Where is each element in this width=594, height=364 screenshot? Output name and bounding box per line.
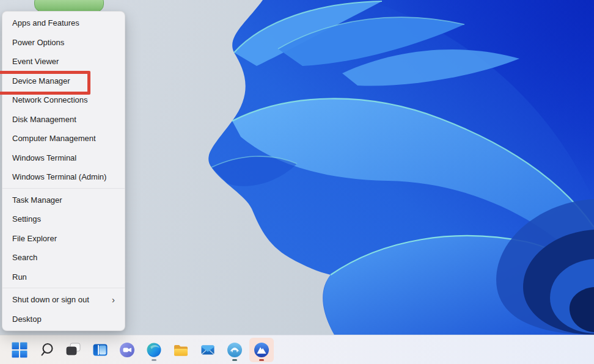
- menu-item-label: Task Manager: [12, 195, 62, 205]
- widgets-icon: [92, 341, 109, 359]
- menu-item-apps-and-features[interactable]: Apps and Features: [2, 13, 125, 33]
- task-view-icon: [65, 341, 82, 359]
- taskbar-start-button[interactable]: [7, 338, 32, 362]
- menu-item-label: Run: [12, 272, 27, 282]
- menu-item-label: Event Viewer: [12, 57, 59, 66]
- search-icon: [38, 341, 55, 359]
- menu-item-label: Windows Terminal (Admin): [12, 172, 106, 181]
- taskbar-task-view-button[interactable]: [61, 338, 86, 362]
- menu-item-search[interactable]: Search: [2, 248, 125, 268]
- menu-item-disk-management[interactable]: Disk Management: [2, 110, 125, 129]
- mail-icon: [199, 341, 216, 359]
- taskbar-widgets-button[interactable]: [88, 338, 112, 362]
- cropped-green-icon: [34, 0, 104, 12]
- menu-item-shut-down-or-sign-out[interactable]: Shut down or sign out ›: [2, 290, 125, 310]
- nordvpn-icon: [253, 341, 270, 359]
- taskbar-nordvpn-button[interactable]: [249, 338, 274, 362]
- desktop-screen: Apps and Features Power Options Event Vi…: [0, 0, 594, 364]
- folder-icon: [172, 341, 189, 359]
- menu-item-label: Windows Terminal: [12, 153, 76, 162]
- submenu-chevron-icon: ›: [112, 295, 116, 304]
- menu-item-label: Search: [12, 253, 37, 262]
- menu-item-label: Desktop: [12, 315, 42, 324]
- menu-item-label: Shut down or sign out: [12, 295, 89, 304]
- menu-item-label: Power Options: [12, 38, 64, 47]
- menu-item-label: Settings: [12, 214, 41, 224]
- menu-item-label: Device Manager: [12, 76, 70, 86]
- taskbar-file-explorer-button[interactable]: [169, 338, 193, 362]
- blue-circle-app-icon: [226, 341, 243, 359]
- menu-item-computer-management[interactable]: Computer Management: [2, 129, 125, 148]
- taskbar: [0, 335, 594, 364]
- menu-item-windows-terminal[interactable]: Windows Terminal: [2, 148, 125, 168]
- menu-item-desktop[interactable]: Desktop: [2, 310, 125, 329]
- winx-quick-link-menu: Apps and Features Power Options Event Vi…: [2, 11, 125, 331]
- taskbar-chat-button[interactable]: [115, 338, 139, 362]
- menu-item-power-options[interactable]: Power Options: [2, 33, 125, 53]
- menu-item-label: Network Connections: [12, 95, 88, 104]
- menu-item-task-manager[interactable]: Task Manager: [2, 191, 125, 210]
- menu-item-network-connections[interactable]: Network Connections: [2, 90, 125, 110]
- running-indicator: [232, 359, 237, 361]
- menu-item-windows-terminal-admin[interactable]: Windows Terminal (Admin): [2, 167, 125, 187]
- menu-item-run[interactable]: Run: [2, 268, 125, 287]
- running-indicator: [259, 359, 264, 361]
- menu-item-device-manager[interactable]: Device Manager: [2, 71, 125, 91]
- edge-icon: [145, 341, 163, 359]
- running-indicator: [152, 359, 156, 361]
- menu-item-label: Apps and Features: [12, 18, 79, 27]
- menu-item-event-viewer[interactable]: Event Viewer: [2, 52, 125, 71]
- menu-item-file-explorer[interactable]: File Explorer: [2, 229, 125, 249]
- taskbar-mail-button[interactable]: [196, 338, 220, 362]
- taskbar-search-button[interactable]: [34, 338, 59, 362]
- menu-item-settings[interactable]: Settings: [2, 209, 125, 229]
- taskbar-edge-button[interactable]: [142, 338, 166, 362]
- taskbar-blue-circle-app-button[interactable]: [222, 338, 247, 362]
- chat-icon: [119, 341, 136, 359]
- menu-item-label: File Explorer: [12, 234, 57, 243]
- menu-item-label: Computer Management: [12, 134, 96, 143]
- start-icon: [11, 341, 28, 359]
- menu-item-label: Disk Management: [12, 115, 76, 124]
